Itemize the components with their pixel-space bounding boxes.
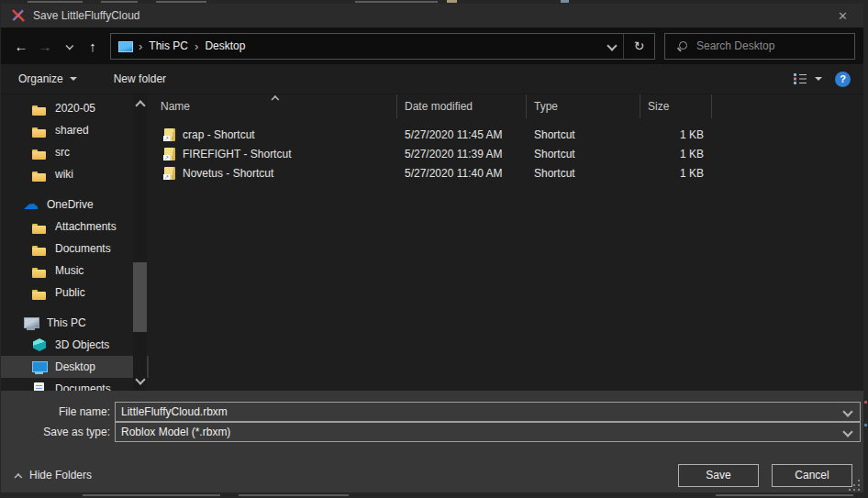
breadcrumb-separator: ›: [188, 39, 205, 53]
column-header-date-modified[interactable]: Date modified: [397, 94, 527, 118]
save-as-type-dropdown[interactable]: Roblox Model (*.rbxm): [115, 422, 861, 442]
cancel-button[interactable]: Cancel: [772, 464, 852, 487]
chevron-up-icon: [15, 471, 21, 478]
file-list: Name Date modified Type Size crap - Shor…: [149, 94, 863, 391]
close-button[interactable]: ✕: [822, 4, 863, 28]
chevron-down-icon[interactable]: [843, 408, 851, 416]
file-date-modified: 5/27/2020 11:40 AM: [397, 167, 527, 180]
background-app-fragment: [716, 494, 853, 496]
caret-down-icon: [815, 77, 822, 81]
help-button[interactable]: ?: [835, 72, 851, 87]
scroll-up-icon[interactable]: [136, 99, 144, 107]
file-name: crap - Shortcut: [183, 128, 255, 141]
sidebar-item-music[interactable]: Music: [1, 260, 149, 282]
sidebar-item-shared[interactable]: shared: [1, 119, 149, 141]
folder-sidebar: 2020-05 shared src wiki OneDrive Attachm…: [1, 94, 149, 391]
file-row[interactable]: Novetus - Shortcut 5/27/2020 11:40 AM Sh…: [149, 163, 863, 183]
sidebar-item-src[interactable]: src: [1, 141, 149, 163]
organize-button[interactable]: Organize: [18, 72, 77, 85]
sidebar-item-label: Documents: [55, 382, 111, 391]
sidebar-item-label: Music: [55, 264, 83, 277]
sidebar-item-label: 3D Objects: [55, 338, 109, 351]
background-app-fragment: [83, 494, 220, 496]
scroll-down-icon[interactable]: [136, 376, 144, 384]
file-date-modified: 5/27/2020 11:39 AM: [397, 148, 527, 160]
forward-button[interactable]: →: [33, 34, 57, 58]
bottom-panel: File name: Save as type: Roblox Model (*…: [1, 391, 863, 492]
folder-icon: [31, 101, 48, 116]
refresh-button[interactable]: ↻: [624, 34, 654, 59]
folder-icon: [31, 263, 48, 278]
details-view-icon: [794, 73, 807, 84]
desktop-icon: [31, 360, 48, 374]
sidebar-item-wiki[interactable]: wiki: [1, 163, 149, 185]
shortcut-file-icon: [164, 148, 175, 160]
chevron-down-icon[interactable]: [843, 428, 851, 437]
file-size: 1 KB: [640, 128, 712, 141]
window-title: Save LittleFluffyCloud: [33, 9, 140, 22]
column-header-size[interactable]: Size: [640, 94, 712, 118]
up-button[interactable]: ↑: [81, 34, 105, 58]
sidebar-item-3d-objects[interactable]: 3D Objects: [1, 334, 149, 356]
address-bar[interactable]: › This PC › Desktop ↻: [110, 33, 655, 60]
back-button[interactable]: ←: [9, 34, 33, 58]
breadcrumb-this-pc[interactable]: This PC: [149, 39, 188, 52]
title-bar[interactable]: Save LittleFluffyCloud ✕: [1, 4, 863, 28]
file-type: Shortcut: [527, 148, 640, 160]
sidebar-item-public[interactable]: Public: [1, 282, 149, 304]
file-type: Shortcut: [527, 167, 640, 180]
sidebar-item-this-pc[interactable]: This PC: [1, 312, 149, 334]
command-toolbar: Organize New folder ?: [1, 64, 863, 94]
sidebar-item-label: Documents: [55, 242, 111, 255]
sort-ascending-icon: [272, 94, 278, 101]
scrollbar-thumb[interactable]: [133, 262, 147, 332]
background-app-fragment: [561, 0, 569, 3]
file-date-modified: 5/27/2020 11:45 AM: [397, 128, 527, 141]
new-folder-label: New folder: [114, 72, 166, 85]
file-name-combobox[interactable]: [115, 402, 861, 422]
background-app-fragment: [101, 1, 138, 3]
hide-folders-button[interactable]: Hide Folders: [14, 469, 92, 481]
sidebar-item-attachments[interactable]: Attachments: [1, 216, 149, 238]
history-dropdown-button[interactable]: [57, 34, 81, 58]
background-app-fragment: [864, 401, 867, 404]
file-name-label: File name:: [59, 405, 110, 418]
search-icon: [676, 40, 688, 52]
sidebar-item-label: src: [55, 146, 70, 159]
document-icon: [31, 382, 48, 391]
sidebar-item-label: 2020-05: [55, 102, 95, 115]
sidebar-item-documents[interactable]: Documents: [1, 238, 149, 260]
sidebar-item-onedrive[interactable]: OneDrive: [1, 194, 149, 216]
file-row[interactable]: crap - Shortcut 5/27/2020 11:45 AM Short…: [149, 125, 863, 144]
sidebar-item-desktop[interactable]: Desktop: [1, 356, 149, 378]
resize-grip[interactable]: [849, 479, 861, 491]
sidebar-item-label: wiki: [55, 168, 73, 181]
sidebar-item-label: OneDrive: [47, 198, 94, 211]
novetus-app-icon: [11, 8, 26, 23]
folder-icon: [31, 167, 48, 182]
column-header-type[interactable]: Type: [527, 94, 640, 118]
change-view-button[interactable]: [794, 73, 822, 84]
sidebar-item-label: This PC: [47, 316, 86, 329]
new-folder-button[interactable]: New folder: [114, 72, 166, 85]
folder-icon: [31, 285, 48, 300]
cube-icon: [31, 338, 48, 352]
search-input[interactable]: [696, 39, 834, 52]
sidebar-item-label: Attachments: [55, 220, 117, 233]
address-dropdown-button[interactable]: [599, 34, 623, 59]
file-name: Novetus - Shortcut: [183, 167, 273, 180]
folder-icon: [31, 219, 48, 234]
content-area: 2020-05 shared src wiki OneDrive Attachm…: [1, 94, 863, 391]
shortcut-file-icon: [164, 128, 175, 141]
breadcrumb-desktop[interactable]: Desktop: [205, 39, 245, 52]
sidebar-item-label: shared: [55, 124, 89, 137]
file-name-input[interactable]: [116, 405, 843, 418]
sidebar-item-2020-05[interactable]: 2020-05: [1, 97, 149, 119]
background-app-fragment: [447, 0, 457, 3]
search-box[interactable]: [664, 33, 855, 60]
sidebar-scrollbar[interactable]: [133, 94, 147, 391]
save-button[interactable]: Save: [678, 464, 759, 487]
background-app-fragment: [156, 1, 206, 3]
file-row[interactable]: FIREFIGHT - Shortcut 5/27/2020 11:39 AM …: [149, 144, 863, 163]
sidebar-item-documents[interactable]: Documents: [1, 378, 149, 391]
